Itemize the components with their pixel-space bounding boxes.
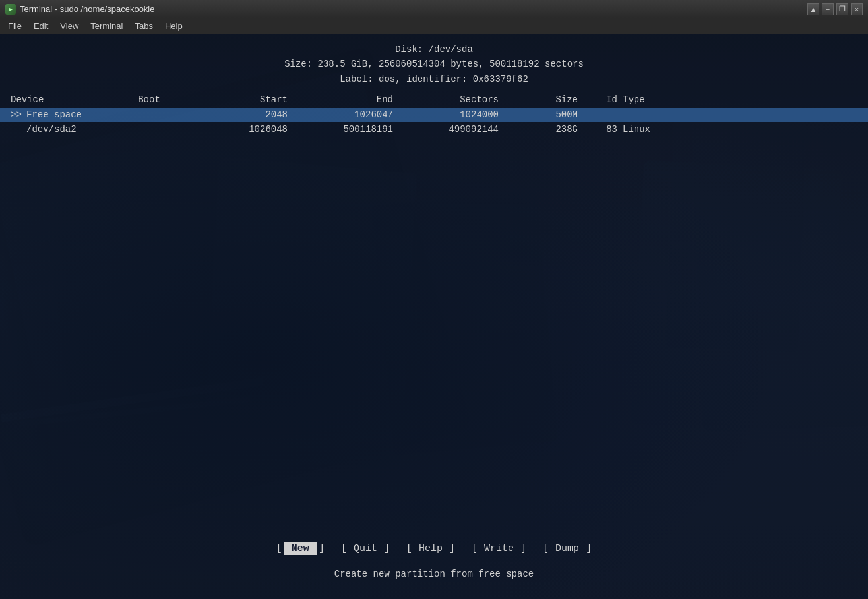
write-button[interactable]: Write: [479, 542, 519, 555]
cell-end-2: 500118191: [288, 124, 393, 135]
disk-label: Label: dos, identifier: 0x63379f62: [0, 72, 868, 86]
cell-sectors-2: 499092144: [393, 124, 499, 135]
close-button[interactable]: ×: [851, 3, 863, 15]
table-row[interactable]: >> Free space 2048 1026047 1024000 500M: [0, 108, 868, 122]
col-header-sectors: Sectors: [393, 94, 499, 105]
cell-boot-1: [116, 110, 182, 120]
menu-help[interactable]: Help: [160, 19, 188, 34]
col-header-start: Start: [182, 94, 288, 105]
col-header-end: End: [288, 94, 393, 105]
cell-id-1: [578, 110, 617, 120]
quit-button[interactable]: Quit: [348, 542, 383, 555]
terminal-content: Disk: /dev/sda Size: 238.5 GiB, 25606051…: [0, 34, 868, 599]
menu-terminal[interactable]: Terminal: [85, 19, 128, 34]
bottom-area: [ New ] [ Quit ] [ Help ] [ Write ]: [0, 542, 868, 599]
window-controls: ▲ − ❐ ×: [807, 3, 863, 15]
cell-type-2: Linux: [617, 124, 683, 135]
write-bracket-open: [: [470, 543, 479, 554]
new-bracket-close: ]: [317, 543, 326, 554]
cell-boot-2: [116, 124, 182, 135]
dump-button[interactable]: Dump: [550, 542, 584, 555]
title-bar: ▶ Terminal - sudo /home/spacekookie ▲ − …: [0, 0, 868, 18]
disk-size: Size: 238.5 GiB, 256060514304 bytes, 500…: [0, 57, 868, 71]
help-bracket-close: ]: [448, 543, 456, 554]
cell-id-2: 83: [578, 124, 617, 135]
row-indicator-2: [11, 124, 26, 135]
window-title: Terminal - sudo /home/spacekookie: [20, 4, 155, 14]
menu-view[interactable]: View: [55, 19, 84, 34]
write-separator: [456, 543, 470, 554]
new-bracket-open: [: [275, 543, 284, 554]
write-bracket-close: ]: [519, 543, 528, 554]
partition-table: Device Boot Start End Sectors Size Id Ty…: [0, 92, 868, 137]
title-bar-left: ▶ Terminal - sudo /home/spacekookie: [5, 4, 155, 15]
cell-size-1: 500M: [499, 110, 578, 120]
menu-edit[interactable]: Edit: [28, 19, 53, 34]
table-row[interactable]: /dev/sda2 1026048 500118191 499092144 23…: [0, 122, 868, 137]
col-header-size: Size: [499, 94, 578, 105]
cell-start-1: 2048: [182, 110, 288, 120]
disk-header: Disk: /dev/sda Size: 238.5 GiB, 25606051…: [0, 34, 868, 92]
cell-device-2: /dev/sda2: [26, 124, 116, 135]
terminal-icon: ▶: [5, 4, 16, 15]
expand-button[interactable]: ▲: [807, 3, 819, 15]
dump-bracket-open: [: [542, 543, 550, 554]
row-indicator-1: >>: [11, 110, 26, 120]
new-button[interactable]: New: [284, 542, 317, 555]
restore-button[interactable]: ❐: [836, 3, 848, 15]
cell-type-1: [617, 110, 683, 120]
menu-file[interactable]: File: [3, 19, 27, 34]
button-bar: [ New ] [ Quit ] [ Help ] [ Write ]: [275, 542, 593, 555]
terminal-window: ▶ Terminal - sudo /home/spacekookie ▲ − …: [0, 0, 868, 599]
help-button[interactable]: Help: [414, 542, 448, 555]
help-bracket-open: [: [405, 543, 414, 554]
menubar: File Edit View Terminal Tabs Help: [0, 18, 868, 34]
quit-bracket-close: ]: [383, 543, 391, 554]
help-separator: [391, 543, 405, 554]
col-header-id: Id: [578, 94, 617, 105]
quit-bracket-open: [: [340, 543, 348, 554]
table-header: Device Boot Start End Sectors Size Id Ty…: [0, 92, 868, 108]
disk-title: Disk: /dev/sda: [0, 42, 868, 57]
cell-sectors-1: 1024000: [393, 110, 499, 120]
col-header-device: Device: [11, 94, 116, 105]
minimize-button[interactable]: −: [822, 3, 834, 15]
cell-device-1: Free space: [26, 110, 116, 120]
cell-start-2: 1026048: [182, 124, 288, 135]
col-header-boot: Boot: [116, 94, 182, 105]
cell-size-2: 238G: [499, 124, 578, 135]
col-header-type: Type: [617, 94, 683, 105]
status-text: Create new partition from free space: [334, 569, 534, 579]
quit-separator: [326, 543, 340, 554]
dump-separator: [528, 543, 542, 554]
menu-tabs[interactable]: Tabs: [129, 19, 158, 34]
cell-end-1: 1026047: [288, 110, 393, 120]
dump-bracket-close: ]: [584, 543, 593, 554]
